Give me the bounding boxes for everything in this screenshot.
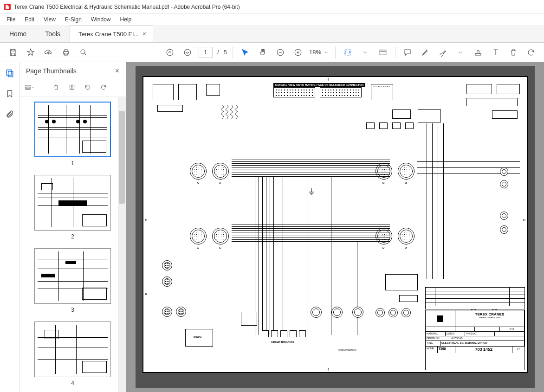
thumbnail-image [34,102,111,157]
document-page: C D C 4 4 NORMAL VIEW ONTO MATING FACE O… [136,66,535,388]
attachments-rail-button[interactable] [3,108,16,121]
svg-point-7 [184,49,191,56]
draw-button[interactable] [434,44,451,61]
svg-rect-2 [65,50,67,51]
thumb-rotate-cw-button[interactable] [98,82,109,93]
thumb-extract-button[interactable] [66,82,78,93]
thumb-delete-button[interactable] [51,82,62,93]
thumbnail-image [34,248,111,304]
content-area: Page Thumbnails × [0,62,544,392]
print-button[interactable] [58,44,74,61]
zoom-out-button[interactable] [272,44,289,61]
left-nav-rail [0,62,19,392]
thumbnails-panel: Page Thumbnails × [19,62,126,392]
svg-rect-21 [26,89,31,90]
svg-rect-14 [380,50,386,55]
thumbnail-image [34,321,111,377]
page-down-button[interactable] [179,44,196,61]
page-up-button[interactable] [162,44,178,61]
document-viewport[interactable]: C D C 4 4 NORMAL VIEW ONTO MATING FACE O… [126,62,544,392]
thumbnail-label: 3 [71,307,74,313]
main-toolbar: / 5 18% [0,43,544,62]
zoom-value: 18% [309,49,321,56]
svg-rect-1 [64,51,69,54]
thumb-options-button[interactable] [24,82,35,93]
thumbnail-label: 4 [71,380,74,386]
stamp-button[interactable] [470,44,486,61]
svg-rect-22 [70,85,71,89]
page-number-input[interactable] [199,47,213,58]
delete-button[interactable] [505,44,522,61]
thumbnail-label: 1 [71,160,74,167]
svg-rect-16 [475,53,481,55]
window-title: Terex Crane T500 Electrical & Hydraulic … [14,4,240,10]
fit-width-button[interactable] [339,44,356,61]
menu-help[interactable]: Help [117,15,136,24]
pdf-file-icon [4,3,11,11]
page-total: 5 [224,49,227,56]
zoom-in-button[interactable] [290,44,306,61]
thumb-rotate-ccw-button[interactable] [82,82,93,93]
read-mode-button[interactable] [375,44,391,61]
collector-ring-label: COLLECTOR RING [373,85,390,88]
svg-rect-19 [26,85,31,86]
tab-home[interactable]: Home [0,25,36,42]
draw-dropdown-icon[interactable] [452,44,469,61]
thumbnails-close-icon[interactable]: × [115,67,119,75]
svg-point-4 [81,50,85,54]
save-button[interactable] [5,44,21,61]
thumbnail-list[interactable]: 1 2 3 4 [19,97,126,392]
title-block: TEREX CRANES WAVERLY OPERATIONS NTS MATE… [425,310,525,370]
svg-rect-20 [26,87,31,88]
svg-rect-13 [345,50,350,55]
thumbnail-page-3[interactable]: 3 [23,248,122,313]
tab-document[interactable]: Terex Crane T500 El... × [70,25,153,42]
thumbnails-toolbar [19,80,126,97]
svg-rect-17 [6,70,11,76]
header-label: NORMAL VIEW ONTO MATING FACE OF BULKHEAD… [273,83,365,87]
svg-rect-18 [8,71,13,77]
tab-close-icon[interactable]: × [142,30,146,38]
menubar: File Edit View E-Sign Window Help [0,14,544,25]
page-separator: / [217,49,219,56]
select-tool-button[interactable] [237,44,253,61]
menu-view[interactable]: View [40,15,59,24]
zoom-dropdown[interactable]: 18% [307,48,331,57]
winch-label: WINCH [194,336,201,339]
menu-edit[interactable]: Edit [21,15,38,24]
rotate-button[interactable] [523,44,539,61]
menu-esign[interactable]: E-Sign [61,15,85,24]
svg-rect-23 [72,85,74,89]
thumbnails-rail-button[interactable] [3,67,16,80]
text-button[interactable] [487,44,504,61]
tabbar: Home Tools Terex Crane T500 El... × [0,25,544,43]
cloud-button[interactable] [40,44,57,61]
thumbnails-header: Page Thumbnails × [19,62,126,80]
tab-document-label: Terex Crane T500 El... [78,31,139,38]
highlight-button[interactable] [417,44,434,61]
find-button[interactable] [75,44,92,61]
schematic-drawing: C D C 4 4 NORMAL VIEW ONTO MATING FACE O… [142,76,528,373]
hand-tool-button[interactable] [254,44,271,61]
thumbnail-image [34,175,111,231]
circuit-breakers-label: CIRCUIT BREAKERS [271,341,294,343]
thumb-scroll-handle[interactable] [119,111,125,204]
bookmarks-rail-button[interactable] [3,87,16,100]
thumbnail-page-2[interactable]: 2 [23,175,122,240]
conduit-harness-label: CONDUIT HARNESS [338,349,356,351]
menu-file[interactable]: File [3,15,19,24]
tab-tools[interactable]: Tools [36,25,70,42]
comment-button[interactable] [399,44,416,61]
star-button[interactable] [22,44,39,61]
thumbnail-label: 2 [71,233,74,240]
thumbnail-page-4[interactable]: 4 [23,321,122,386]
window-titlebar: Terex Crane T500 Electrical & Hydraulic … [0,0,544,14]
thumbnail-page-1[interactable]: 1 [23,102,122,167]
svg-point-6 [167,49,173,56]
thumbnails-title: Page Thumbnails [26,67,77,75]
thumb-scrollbar[interactable] [118,97,126,392]
fit-dropdown-icon[interactable] [357,44,374,61]
svg-line-5 [84,53,86,55]
menu-window[interactable]: Window [87,15,115,24]
